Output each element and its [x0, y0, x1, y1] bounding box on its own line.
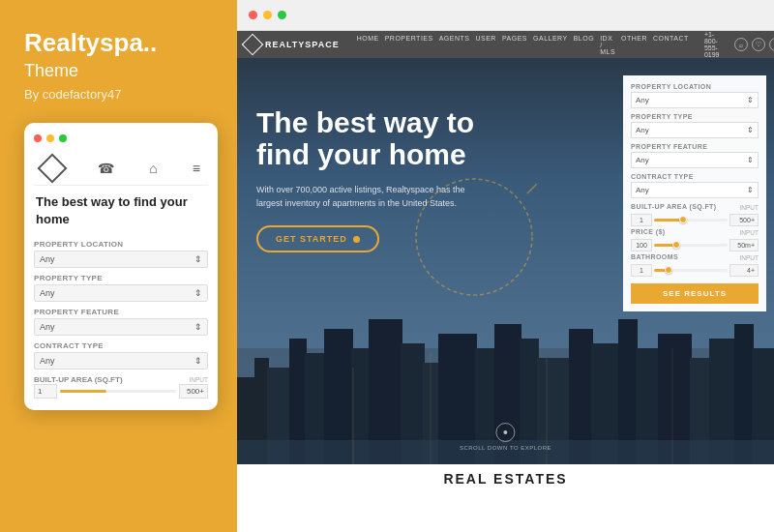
nav-link-home[interactable]: HOME	[357, 35, 379, 55]
nav-link-blog[interactable]: BLOG	[574, 35, 594, 55]
mobile-mockup: ☎ ⌂ ≡ The best way to find your home PRO…	[24, 123, 218, 410]
search-buildup-input-label: INPUT	[740, 204, 759, 211]
search-bathrooms-input-label: INPUT	[740, 254, 759, 261]
search-select-contract[interactable]: Any ⇕	[631, 182, 759, 198]
browser-dot-green	[278, 11, 286, 19]
nav-icons: ⌕ ♡ ⌂	[734, 38, 774, 51]
search-buildup-max[interactable]: 500+	[729, 214, 759, 226]
nav-link-user[interactable]: USER	[475, 35, 495, 55]
mobile-field-label-0: PROPERTY LOCATION	[34, 240, 208, 249]
search-select-type[interactable]: Any ⇕	[631, 122, 759, 138]
site-nav: REALTYSPACE HOME PROPERTIES AGENTS USER …	[237, 31, 774, 58]
nav-link-agents[interactable]: AGENTS	[439, 35, 470, 55]
mobile-menu-icon: ≡	[193, 161, 200, 176]
nav-brand: REALTYSPACE	[265, 40, 340, 49]
nav-logo: REALTYSPACE	[245, 37, 340, 52]
theme-subtitle: Theme	[24, 61, 218, 81]
mobile-range-input-label: INPUT	[190, 376, 209, 383]
search-bathrooms-max[interactable]: 4+	[729, 264, 759, 277]
nav-phone: +1-800-555-0199	[704, 31, 720, 58]
search-label-buildup: BUILT-UP AREA (SQ.FT)	[631, 203, 717, 210]
search-label-location: PROPERTY LOCATION	[631, 83, 759, 90]
cta-button-label: GET STARTED	[276, 234, 347, 244]
right-panel: REALTYSPACE HOME PROPERTIES AGENTS USER …	[237, 0, 774, 532]
browser-chrome	[237, 0, 774, 31]
search-label-feature: PROPERTY FEATURE	[631, 143, 759, 150]
mobile-field-label-2: PROPERTY FEATURE	[34, 308, 208, 316]
search-bathrooms-min[interactable]: 1	[631, 264, 652, 277]
browser-dot-red	[249, 11, 257, 19]
search-price-max[interactable]: 50m+	[729, 239, 759, 251]
nav-link-pages[interactable]: PAGES	[502, 35, 527, 55]
scroll-indicator: Scroll down to explore	[460, 423, 551, 451]
mobile-range-min[interactable]: 1	[34, 384, 57, 399]
mobile-field-label-3: CONTRACT TYPE	[34, 341, 208, 350]
mobile-field-label-1: PROPERTY TYPE	[34, 274, 208, 282]
scroll-circle	[496, 423, 516, 442]
mobile-select-2[interactable]: Any ⇕	[34, 318, 208, 336]
nav-heart-icon[interactable]: ♡	[752, 38, 765, 51]
hero-content: The best way to find your home With over…	[256, 106, 527, 252]
hero-heading: The best way to find your home	[256, 106, 527, 170]
see-results-button[interactable]: SEE RESULTS	[631, 283, 759, 304]
mobile-select-0[interactable]: Any ⇕	[34, 251, 208, 268]
mobile-nav-bar: ☎ ⌂ ≡	[34, 152, 208, 186]
search-panel: PROPERTY LOCATION Any ⇕ PROPERTY TYPE An…	[623, 75, 766, 311]
mobile-search-form: PROPERTY LOCATION Any ⇕ PROPERTY TYPE An…	[34, 240, 208, 399]
search-price-input-label: INPUT	[740, 229, 759, 236]
hero-description: With over 700,000 active listings, Realt…	[256, 184, 469, 210]
nav-link-contact[interactable]: CONTACT	[653, 35, 689, 55]
nav-link-idx[interactable]: IDX / MLS	[600, 35, 615, 55]
scroll-dot	[504, 430, 508, 434]
search-price-min[interactable]: 100	[631, 239, 652, 251]
search-field-feature: PROPERTY FEATURE Any ⇕	[631, 143, 759, 168]
mobile-hero-text: The best way to find your home	[34, 193, 208, 228]
search-buildup-group: BUILT-UP AREA (SQ.FT) INPUT 1 500+	[631, 203, 759, 226]
mobile-dot-green	[59, 134, 67, 142]
nav-link-gallery[interactable]: GALLERY	[533, 35, 568, 55]
mobile-range-label: BUILT-UP AREA (SQ.FT)	[34, 375, 123, 384]
search-field-type: PROPERTY TYPE Any ⇕	[631, 113, 759, 138]
search-bathrooms-group: BATHROOMS INPUT 1 4+	[631, 253, 759, 277]
mobile-browser-dots	[34, 134, 208, 142]
search-label-bathrooms: BATHROOMS	[631, 253, 678, 260]
search-label-contract: CONTRACT TYPE	[631, 173, 759, 180]
search-buildup-min[interactable]: 1	[631, 214, 652, 226]
nav-link-other[interactable]: OTHER	[621, 35, 647, 55]
desktop-site: REALTYSPACE HOME PROPERTIES AGENTS USER …	[237, 31, 774, 532]
left-panel: Realtyspа.. Theme By codefactory47 ☎ ⌂ ≡…	[0, 0, 237, 532]
cta-button[interactable]: GET STARTED	[256, 225, 379, 252]
mobile-logo-icon	[37, 153, 67, 183]
theme-title: Realtyspа..	[24, 29, 218, 57]
hero-section: The best way to find your home With over…	[237, 58, 774, 464]
mobile-range-row: BUILT-UP AREA (SQ.FT) INPUT	[34, 375, 208, 384]
mobile-user-icon: ⌂	[149, 161, 157, 176]
search-label-price: PRICE ($)	[631, 228, 666, 235]
theme-author: By codefactory47	[24, 87, 218, 102]
nav-link-properties[interactable]: PROPERTIES	[385, 35, 433, 55]
scroll-text: Scroll down to explore	[460, 445, 551, 451]
search-price-group: PRICE ($) INPUT 100 50m+	[631, 228, 759, 251]
mobile-range-max[interactable]: 500+	[179, 384, 208, 399]
nav-user-icon[interactable]: ⌂	[769, 38, 774, 51]
search-label-type: PROPERTY TYPE	[631, 113, 759, 120]
cta-dot-icon	[353, 236, 360, 243]
svg-line-31	[527, 184, 537, 193]
search-select-location[interactable]: Any ⇕	[631, 92, 759, 108]
nav-diamond-icon	[242, 34, 264, 56]
browser-dot-yellow	[263, 11, 272, 19]
mobile-select-1[interactable]: Any ⇕	[34, 284, 208, 302]
mobile-phone-icon: ☎	[98, 161, 114, 176]
nav-links: HOME PROPERTIES AGENTS USER PAGES GALLER…	[357, 35, 689, 55]
search-select-feature[interactable]: Any ⇕	[631, 152, 759, 168]
mobile-select-3[interactable]: Any ⇕	[34, 352, 208, 369]
mobile-dot-yellow	[46, 134, 54, 142]
footer-heading: REAL ESTATES	[443, 471, 567, 487]
search-field-contract: CONTRACT TYPE Any ⇕	[631, 173, 759, 198]
footer-strip: REAL ESTATES	[237, 464, 774, 493]
mobile-dot-red	[34, 134, 42, 142]
search-field-location: PROPERTY LOCATION Any ⇕	[631, 83, 759, 108]
nav-search-icon[interactable]: ⌕	[734, 38, 748, 51]
